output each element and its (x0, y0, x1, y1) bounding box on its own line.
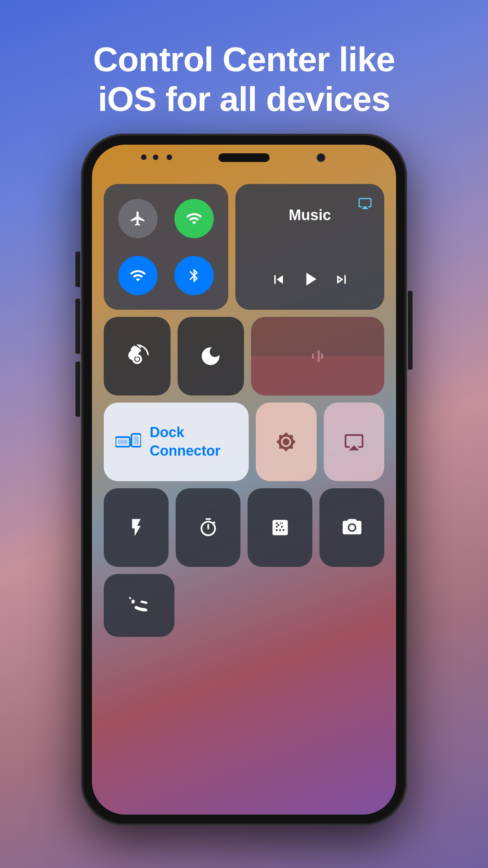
timer-button[interactable] (176, 488, 240, 567)
cc-row-nfc (104, 574, 384, 637)
dock-connector-icon (116, 429, 141, 455)
nfc-button[interactable] (104, 574, 174, 637)
volume-slider[interactable] (251, 317, 384, 395)
calculator-button[interactable] (248, 488, 312, 567)
dock-connector-button[interactable]: Dock Connector (104, 403, 249, 481)
background: Control Center like iOS for all devices (0, 0, 488, 868)
phone-btn-mute (75, 252, 80, 287)
front-camera (317, 153, 325, 162)
fast-forward-button[interactable] (333, 271, 350, 292)
connectivity-panel (104, 184, 228, 310)
phone-btn-power (408, 291, 413, 370)
notch-dot-1 (141, 154, 147, 160)
headline-line1: Control Center like (93, 40, 395, 79)
cellular-button[interactable] (174, 199, 214, 238)
cc-row-utility (104, 317, 384, 395)
phone-screen: Music (92, 145, 396, 815)
rotation-lock-button[interactable] (104, 317, 171, 395)
airplane-mode-button[interactable] (118, 199, 158, 238)
svg-rect-2 (118, 439, 127, 444)
cc-row-tools (104, 488, 384, 567)
headline-line2: iOS for all devices (98, 79, 390, 118)
play-button[interactable] (299, 268, 321, 295)
flashlight-button[interactable] (104, 488, 169, 567)
camera-button[interactable] (319, 488, 384, 567)
music-title: Music (246, 207, 373, 224)
phone-btn-vol-up (75, 299, 80, 354)
notch-dot-3 (167, 154, 172, 160)
brightness-slider[interactable] (256, 403, 317, 481)
music-controls (246, 268, 373, 299)
cc-row-connectivity-music: Music (104, 184, 384, 310)
airplay-icon[interactable] (355, 193, 375, 213)
notch-speaker (218, 153, 270, 162)
notch-dot-2 (153, 154, 158, 160)
bluetooth-button[interactable] (174, 256, 214, 295)
svg-point-0 (136, 358, 139, 361)
wifi-button[interactable] (118, 256, 158, 295)
headline: Control Center like iOS for all devices (67, 39, 421, 119)
rewind-button[interactable] (270, 271, 287, 292)
cc-row-dock-sliders: Dock Connector (104, 403, 384, 481)
dock-label-line1: Dock (150, 424, 184, 440)
svg-rect-4 (134, 436, 139, 444)
dock-label-line2: Connector (150, 443, 220, 459)
control-center-panel: Music (104, 184, 384, 799)
dock-connector-label: Dock Connector (150, 423, 220, 460)
phone-top-bar (92, 145, 396, 176)
airplay-audio-slider[interactable] (324, 403, 385, 481)
music-panel: Music (235, 184, 384, 310)
phone-wrapper: Music (81, 134, 407, 826)
phone-btn-vol-down (75, 362, 80, 417)
do-not-disturb-button[interactable] (178, 317, 244, 395)
